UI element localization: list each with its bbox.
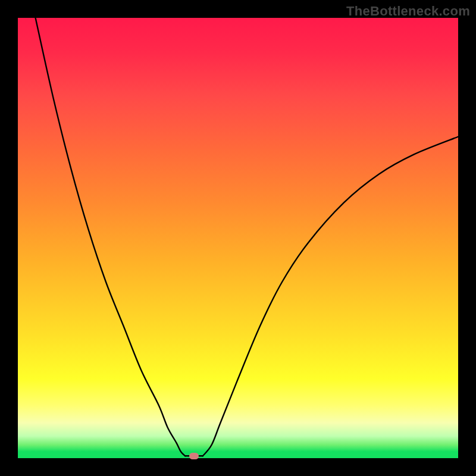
right-branch-curve: [203, 137, 458, 456]
left-branch-curve: [36, 18, 186, 456]
chart-frame: TheBottleneck.com: [0, 0, 476, 476]
watermark-text: TheBottleneck.com: [346, 4, 470, 19]
plot-area: [18, 18, 458, 458]
optimum-marker: [189, 453, 199, 459]
curve-layer: [18, 18, 458, 458]
